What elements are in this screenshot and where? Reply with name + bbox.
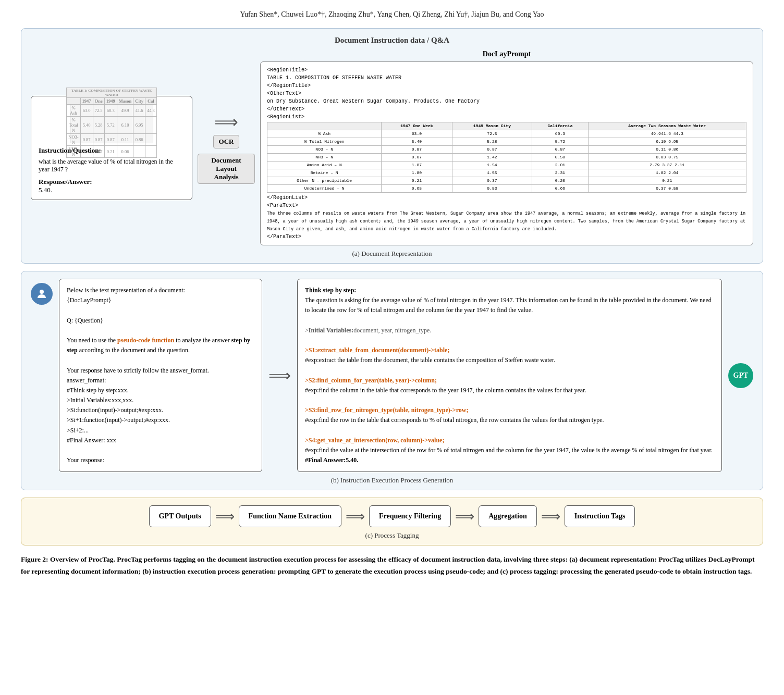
layout-label: Document Layout Analysis [198,154,255,184]
user-icon [31,283,53,305]
prompt-box: Below is the text representation of a do… [59,279,262,472]
gpt-icon: GPT [728,363,753,388]
section-b: Below is the text representation of a do… [21,271,763,490]
doc-instruction-box: TABLE 1: COMPOSITION OF STEFFEN WASTE WA… [31,96,192,200]
doc-table-thumbnail: TABLE 1: COMPOSITION OF STEFFEN WASTE WA… [70,102,153,143]
ocr-label: OCR [213,135,240,148]
pipeline-step-0: GPT Outputs [149,505,211,527]
response-box: Think step by step: The question is aski… [297,279,722,472]
section-a: Document Instruction data / Q&A TABLE 1:… [21,28,763,264]
doclay-title: DocLayPrompt [260,50,753,58]
section-c: GPT Outputs ⟹ Function Name Extraction ⟹… [21,498,763,545]
figure-caption: Figure 2: Overview of ProcTag. ProcTag p… [21,554,763,578]
b-arrow: ⟹ [268,366,291,384]
response-title: Think step by step: [305,287,356,294]
pipeline-step-1: Function Name Extraction [239,505,341,527]
response-intro: The question is asking for the average v… [305,296,712,314]
doc-answer-label: Response/Answer: [39,178,185,186]
caption-a: (a) Document Representation [31,250,753,258]
doc-question-text: what is the average value of % of total … [39,158,185,173]
caption-b: (b) Instruction Execution Process Genera… [31,476,753,485]
ocr-arrow: ⟹ [214,112,238,132]
pipeline-step-4: Instruction Tags [565,505,635,527]
section-a-title: Document Instruction data / Q&A [31,36,753,45]
authors: Yufan Shen*, Chuwei Luo*†, Zhaoqing Zhu*… [21,10,763,19]
section-b-inner: Below is the text representation of a do… [31,279,753,472]
pipeline-arrow-2: ⟹ [455,508,474,525]
pipeline-step-2: Frequency Filtering [369,505,451,527]
caption-c: (c) Process Tagging [31,531,753,540]
pipeline-arrow-0: ⟹ [215,508,235,525]
pipeline-arrow-3: ⟹ [541,508,560,525]
pipeline: GPT Outputs ⟹ Function Name Extraction ⟹… [31,505,753,527]
doc-answer-text: 5.40. [39,186,185,194]
section-a-inner: TABLE 1: COMPOSITION OF STEFFEN WASTE WA… [31,50,753,245]
doclay-box: <RegionTitle> TABLE 1. COMPOSITION OF ST… [260,61,753,245]
pipeline-step-3: Aggregation [479,505,537,527]
pipeline-arrow-1: ⟹ [346,508,365,525]
doclay-section: DocLayPrompt <RegionTitle> TABLE 1. COMP… [260,50,753,245]
svg-point-0 [40,290,44,294]
ocr-block: ⟹ OCR Document Layout Analysis [198,112,255,184]
